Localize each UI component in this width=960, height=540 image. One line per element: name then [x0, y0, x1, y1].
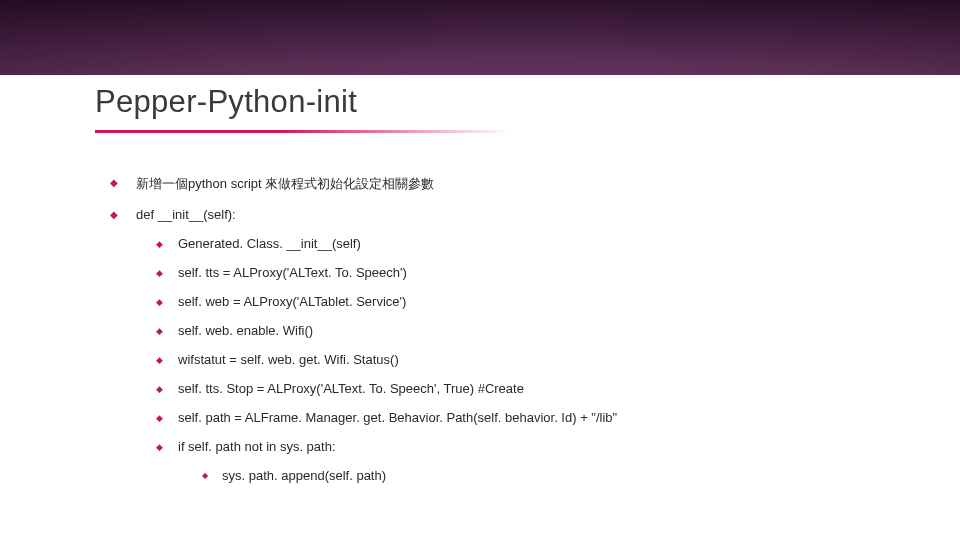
list-item: ◆ sys. path. append(self. path) [202, 468, 930, 483]
list-item-text: self. web. enable. Wifi() [178, 323, 313, 338]
list-item-text: 新增一個python script 來做程式初始化設定相關參數 [136, 175, 434, 193]
list-item: ◆ def __init__(self): [110, 207, 930, 222]
list-item: ◆ wifstatut = self. web. get. Wifi. Stat… [156, 352, 930, 367]
diamond-bullet-icon: ◆ [156, 240, 164, 248]
list-item: ◆ self. web = ALProxy('ALTablet. Service… [156, 294, 930, 309]
list-item: ◆ self. web. enable. Wifi() [156, 323, 930, 338]
list-item: ◆ 新增一個python script 來做程式初始化設定相關參數 [110, 175, 930, 193]
title-underline [95, 130, 510, 133]
diamond-bullet-icon: ◆ [156, 327, 164, 335]
list-item-text: Generated. Class. __init__(self) [178, 236, 361, 251]
header-gradient-band [0, 0, 960, 75]
list-item-text: self. web = ALProxy('ALTablet. Service') [178, 294, 406, 309]
slide-content: ◆ 新增一個python script 來做程式初始化設定相關參數 ◆ def … [110, 175, 930, 497]
diamond-bullet-icon: ◆ [110, 210, 120, 220]
list-item-text: self. tts. Stop = ALProxy('ALText. To. S… [178, 381, 524, 396]
diamond-bullet-icon: ◆ [156, 269, 164, 277]
diamond-bullet-icon: ◆ [110, 178, 120, 188]
diamond-bullet-icon: ◆ [202, 472, 209, 479]
list-item: ◆ self. tts = ALProxy('ALText. To. Speec… [156, 265, 930, 280]
list-item: ◆ if self. path not in sys. path: [156, 439, 930, 454]
list-item: ◆ self. path = ALFrame. Manager. get. Be… [156, 410, 930, 425]
list-item-text: def __init__(self): [136, 207, 236, 222]
list-item: ◆ self. tts. Stop = ALProxy('ALText. To.… [156, 381, 930, 396]
list-item-text: self. path = ALFrame. Manager. get. Beha… [178, 410, 617, 425]
slide-title: Pepper-Python-init [95, 84, 357, 120]
diamond-bullet-icon: ◆ [156, 298, 164, 306]
list-item-text: if self. path not in sys. path: [178, 439, 336, 454]
diamond-bullet-icon: ◆ [156, 385, 164, 393]
list-item-text: sys. path. append(self. path) [222, 468, 386, 483]
list-item-text: wifstatut = self. web. get. Wifi. Status… [178, 352, 399, 367]
diamond-bullet-icon: ◆ [156, 414, 164, 422]
diamond-bullet-icon: ◆ [156, 443, 164, 451]
diamond-bullet-icon: ◆ [156, 356, 164, 364]
list-item-text: self. tts = ALProxy('ALText. To. Speech'… [178, 265, 407, 280]
list-item: ◆ Generated. Class. __init__(self) [156, 236, 930, 251]
